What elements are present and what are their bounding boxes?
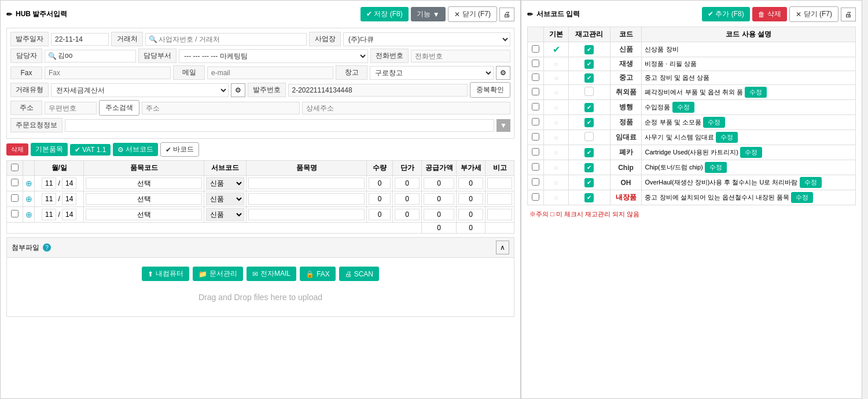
sub-row-checkbox-9[interactable] xyxy=(532,178,539,186)
add-button[interactable]: ✔ 추가 (F8) xyxy=(702,7,750,21)
order-no-input[interactable] xyxy=(288,84,468,97)
postal-code-input[interactable] xyxy=(45,102,97,114)
sub-row-checkbox-4[interactable] xyxy=(532,103,539,110)
row-remark-1[interactable] xyxy=(487,193,512,205)
row-qty-1[interactable] xyxy=(369,193,391,205)
sub-row-checkbox-8[interactable] xyxy=(532,163,539,171)
row-day-1[interactable] xyxy=(62,193,76,205)
fax-button[interactable]: 🔒 FAX xyxy=(300,267,336,281)
edit-button-9[interactable]: 수정 xyxy=(800,177,822,188)
select-all-checkbox[interactable] xyxy=(11,164,19,171)
email-input[interactable] xyxy=(207,66,333,79)
doc-mgmt-button[interactable]: 📁 문서관리 xyxy=(193,267,243,281)
edit-button-5[interactable]: 수정 xyxy=(703,117,725,128)
function-button[interactable]: 기능 ▼ xyxy=(411,7,446,21)
row-item-name-2[interactable] xyxy=(248,209,365,220)
dept-label: 담당부서 xyxy=(138,49,176,63)
row-checkbox-2[interactable] xyxy=(9,210,21,217)
sub-row-checkbox-1[interactable] xyxy=(532,60,539,67)
edit-button-6[interactable]: 수정 xyxy=(716,132,738,143)
addr-input[interactable] xyxy=(142,102,300,114)
row-item-code-1[interactable] xyxy=(86,193,202,205)
addr-search-button[interactable]: 주소검색 xyxy=(99,100,139,116)
right-close-button[interactable]: ✕ 닫기 (F7) xyxy=(789,6,838,22)
barcode-button[interactable]: ✔ 바코드 xyxy=(160,142,199,157)
sub-row-checkbox-0[interactable] xyxy=(532,45,539,53)
dup-check-button[interactable]: 중복확인 xyxy=(470,82,510,98)
print-button[interactable]: 🖨 xyxy=(499,8,514,21)
phone-input[interactable] xyxy=(411,50,510,62)
edit-button-8[interactable]: 수정 xyxy=(705,162,727,173)
row-supply-0[interactable] xyxy=(424,178,454,189)
list-item: ○ 임대료 사무기 및 시스템 임대료 수정 xyxy=(528,130,856,145)
row-item-code-0[interactable] xyxy=(86,178,202,189)
row-tax-1[interactable] xyxy=(458,193,483,205)
edit-button-4[interactable]: 수정 xyxy=(672,102,694,113)
sub-row-checkbox-2[interactable] xyxy=(532,73,539,81)
edit-button-3[interactable]: 수정 xyxy=(745,87,767,98)
scan-button[interactable]: 🖨 SCAN xyxy=(339,267,379,281)
row-item-name-1[interactable] xyxy=(248,193,365,205)
row-item-name-0[interactable] xyxy=(248,178,365,189)
save-button[interactable]: ✔ 저장 (F8) xyxy=(361,7,409,21)
order-date-input[interactable] xyxy=(51,33,109,46)
trade-type-settings-icon[interactable]: ⚙ xyxy=(231,83,245,97)
row-tax-2[interactable] xyxy=(458,209,483,220)
row-unit-price-1[interactable] xyxy=(395,193,420,205)
warehouse-settings-icon[interactable]: ⚙ xyxy=(496,66,510,80)
close-button[interactable]: ✕ 닫기 (F7) xyxy=(448,6,497,22)
row-sub-code-0[interactable]: 신품 재생 중고 xyxy=(206,177,244,190)
sub-row-checkbox-6[interactable] xyxy=(532,133,539,141)
row-remark-0[interactable] xyxy=(487,178,512,189)
sub-row-checkbox-5[interactable] xyxy=(532,118,539,125)
th-item-code: 품목코드 xyxy=(84,161,204,176)
row-day-2[interactable] xyxy=(62,209,76,220)
sub-code-button[interactable]: ⚙ 서브코드 xyxy=(113,143,158,156)
pc-upload-button[interactable]: ⬆ 내컴퓨터 xyxy=(142,267,189,281)
sub-row-checkbox-3[interactable] xyxy=(532,88,539,95)
row-month-0[interactable] xyxy=(42,178,56,189)
row-checkbox-0[interactable] xyxy=(9,179,21,186)
trade-type-select[interactable]: 전자세금계산서 xyxy=(51,83,229,97)
row-supply-2[interactable] xyxy=(424,209,454,220)
attach-collapse-button[interactable]: ∧ xyxy=(496,241,509,254)
sub-row-checkbox-7[interactable] xyxy=(532,148,539,156)
company-select[interactable]: (주)다큐 xyxy=(343,32,510,46)
delete-button[interactable]: 삭제 xyxy=(6,143,28,156)
edit-button-7[interactable]: 수정 xyxy=(740,147,762,158)
row-month-1[interactable] xyxy=(42,193,56,205)
right-title-text: 서브코드 입력 xyxy=(536,9,580,19)
row-supply-1[interactable] xyxy=(424,193,454,205)
row-day-0[interactable] xyxy=(62,178,76,189)
trader-input[interactable] xyxy=(145,33,307,46)
row-info-icon-2[interactable]: ⊕ xyxy=(25,210,32,219)
edit-button-10[interactable]: 수정 xyxy=(791,192,813,203)
right-delete-button[interactable]: 🗑 삭제 xyxy=(752,7,787,21)
attach-info-icon[interactable]: ? xyxy=(43,243,51,252)
email-button[interactable]: ✉ 전자MAIL xyxy=(247,267,296,281)
order-info-expand-icon[interactable]: ▼ xyxy=(496,119,510,132)
fax-input[interactable] xyxy=(45,66,171,79)
addr-detail-input[interactable] xyxy=(302,102,510,114)
row-qty-0[interactable] xyxy=(369,178,391,189)
warehouse-select[interactable]: 구로창고 xyxy=(370,66,494,80)
row-info-icon-1[interactable]: ⊕ xyxy=(25,194,32,204)
row-sub-code-2[interactable]: 신품 재생 중고 xyxy=(206,208,244,221)
vat-button[interactable]: ✔ VAT 1.1 xyxy=(70,144,111,156)
order-info-input[interactable] xyxy=(65,119,494,132)
right-print-button[interactable]: 🖨 xyxy=(841,8,856,21)
sub-row-checkbox-10[interactable] xyxy=(532,193,539,201)
row-unit-price-0[interactable] xyxy=(395,178,420,189)
manager-input[interactable] xyxy=(45,50,136,62)
row-item-code-2[interactable] xyxy=(86,209,202,220)
row-qty-2[interactable] xyxy=(369,209,391,220)
row-checkbox-1[interactable] xyxy=(9,194,21,202)
row-month-2[interactable] xyxy=(42,209,56,220)
row-tax-0[interactable] xyxy=(458,178,483,189)
dept-select[interactable]: --- --- --- --- 마케팅팀 xyxy=(179,49,368,63)
row-unit-price-2[interactable] xyxy=(395,209,420,220)
row-info-icon-0[interactable]: ⊕ xyxy=(25,179,32,188)
row-remark-2[interactable] xyxy=(487,209,512,220)
row-sub-code-1[interactable]: 신품 재생 중고 xyxy=(206,193,244,205)
base-item-button[interactable]: 기본품목 xyxy=(31,143,68,156)
